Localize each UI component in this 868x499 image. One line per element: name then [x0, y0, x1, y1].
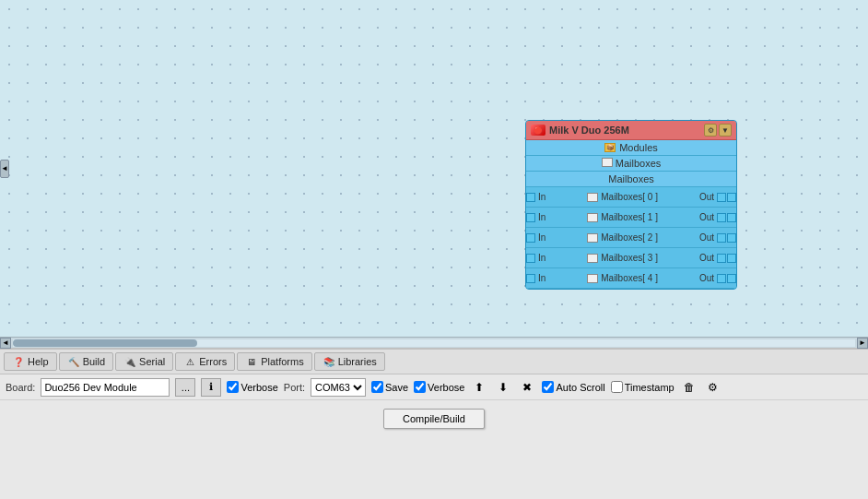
port-left-sq-2[interactable]: [526, 233, 535, 243]
hscroll-left-arrow[interactable]: ◄: [0, 338, 11, 349]
errors-icon: ⚠: [183, 355, 196, 368]
upload-btn[interactable]: ⬆: [470, 378, 488, 397]
port-mailbox-icon-0: [587, 193, 598, 202]
tab-platforms[interactable]: 🖥 Platforms: [237, 352, 311, 371]
mailbox-icon1: [602, 158, 613, 167]
tab-serial-label: Serial: [139, 356, 165, 367]
tab-help[interactable]: ❓ Help: [4, 352, 57, 371]
port-left-sq-4[interactable]: [526, 274, 535, 283]
canvas-area: ◄ 🔴 Milk V Duo 256M ⚙ ▼ 📦 Modules Mailbo…: [0, 0, 868, 337]
status-bar: Board: ... ℹ Verbose Port: COM63 Save Ve…: [0, 374, 868, 399]
port-center-4: Mailboxes[ 4 ]: [547, 273, 698, 283]
port-select[interactable]: COM63: [311, 378, 366, 397]
port-right-sq2-4[interactable]: [727, 274, 736, 283]
compile-area: Compile/Build: [0, 399, 868, 436]
port-right-4: Out: [698, 273, 736, 283]
timestamp-checkbox-label: Timestamp: [611, 381, 674, 393]
tab-serial[interactable]: 🔌 Serial: [115, 352, 173, 371]
modules-label: Modules: [619, 142, 658, 153]
port-right-sq2-3[interactable]: [727, 254, 736, 263]
hscroll-right-arrow[interactable]: ►: [857, 338, 868, 349]
verbose-checkbox-label: Verbose: [227, 381, 277, 393]
port-right-sq-4[interactable]: [717, 274, 726, 283]
verbose2-checkbox-label: Verbose: [414, 381, 464, 393]
port-row-3: In Mailboxes[ 3 ] Out: [526, 248, 736, 268]
port-out-label-1: Out: [698, 212, 716, 222]
mailboxes-label1: Mailboxes: [616, 158, 662, 169]
tab-libraries[interactable]: 📚 Libraries: [314, 352, 385, 371]
board-info-btn[interactable]: ℹ: [201, 378, 221, 397]
tab-errors[interactable]: ⚠ Errors: [175, 352, 235, 371]
port-right-sq2-2[interactable]: [727, 233, 736, 243]
port-mailbox-icon-3: [587, 254, 598, 263]
clear-btn[interactable]: 🗑: [680, 378, 698, 397]
port-left-sq-0[interactable]: [526, 193, 535, 202]
autoscroll-checkbox[interactable]: [542, 381, 554, 393]
verbose-label: Verbose: [240, 382, 277, 393]
tab-libraries-label: Libraries: [338, 356, 377, 367]
node-header-buttons: ⚙ ▼: [704, 124, 732, 137]
port-label: Port:: [284, 382, 305, 393]
save-checkbox-label: Save: [371, 381, 408, 393]
port-right-sq2-1[interactable]: [727, 213, 736, 222]
node-title: Milk V Duo 256M: [549, 125, 629, 136]
verbose2-label: Verbose: [428, 382, 464, 393]
hscroll-track[interactable]: [13, 339, 855, 347]
compile-build-button[interactable]: Compile/Build: [383, 409, 485, 429]
timestamp-checkbox[interactable]: [611, 381, 623, 393]
port-row-2: In Mailboxes[ 2 ] Out: [526, 228, 736, 248]
port-out-label-2: Out: [698, 232, 716, 243]
port-mailbox-icon-4: [587, 274, 598, 283]
verbose2-checkbox[interactable]: [414, 381, 426, 393]
port-row-4: In Mailboxes[ 4 ] Out: [526, 268, 736, 289]
left-scroll-arrow[interactable]: ◄: [0, 160, 9, 178]
port-right-sq2-0[interactable]: [727, 193, 736, 202]
port-right-sq-2[interactable]: [717, 233, 726, 243]
port-out-label-3: Out: [698, 253, 716, 263]
download-btn[interactable]: ⬇: [494, 378, 512, 397]
port-in-label-4: In: [536, 273, 547, 283]
save-label: Save: [385, 382, 408, 393]
node-header: 🔴 Milk V Duo 256M ⚙ ▼: [526, 121, 736, 140]
board-label: Board:: [6, 382, 35, 393]
port-out-label-0: Out: [698, 192, 716, 202]
node-modules-section: 📦 Modules: [526, 140, 736, 156]
modules-icon: 📦: [604, 143, 616, 152]
port-center-1: Mailboxes[ 1 ]: [547, 212, 698, 222]
board-browse-btn[interactable]: ...: [175, 378, 195, 397]
port-label-text-2: Mailboxes[ 2 ]: [601, 232, 658, 243]
node-expand-btn[interactable]: ▼: [719, 124, 732, 137]
stop-btn[interactable]: ✖: [518, 378, 536, 397]
node-settings-btn[interactable]: ⚙: [704, 124, 717, 137]
port-right-sq-1[interactable]: [717, 213, 726, 222]
node-icon: 🔴: [531, 125, 545, 136]
node-header-left: 🔴 Milk V Duo 256M: [531, 125, 629, 136]
port-in-label-3: In: [536, 253, 547, 263]
tab-errors-label: Errors: [199, 356, 227, 367]
save-checkbox[interactable]: [371, 381, 383, 393]
board-input[interactable]: [41, 378, 170, 397]
port-left-sq-1[interactable]: [526, 213, 535, 222]
port-left-sq-3[interactable]: [526, 254, 535, 263]
port-right-sq-3[interactable]: [717, 254, 726, 263]
timestamp-label: Timestamp: [625, 382, 674, 393]
autoscroll-label: Auto Scroll: [556, 382, 604, 393]
canvas-hscroll[interactable]: ◄ ►: [0, 337, 868, 348]
port-right-sq-0[interactable]: [717, 193, 726, 202]
tab-build[interactable]: 🔨 Build: [59, 352, 113, 371]
verbose-checkbox[interactable]: [227, 381, 239, 393]
port-left-3: In: [526, 253, 547, 263]
port-mailbox-icon-2: [587, 233, 598, 243]
node-mailboxes-header1: Mailboxes: [526, 156, 736, 172]
port-left-1: In: [526, 212, 547, 222]
port-center-2: Mailboxes[ 2 ]: [547, 232, 698, 243]
port-center-3: Mailboxes[ 3 ]: [547, 253, 698, 263]
port-left-0: In: [526, 192, 547, 202]
settings-btn[interactable]: ⚙: [704, 378, 722, 397]
hscroll-thumb[interactable]: [13, 339, 197, 347]
tab-platforms-label: Platforms: [261, 356, 303, 367]
port-row-1: In Mailboxes[ 1 ] Out: [526, 208, 736, 228]
port-left-2: In: [526, 232, 547, 243]
autoscroll-checkbox-label: Auto Scroll: [542, 381, 604, 393]
port-label-text-0: Mailboxes[ 0 ]: [601, 192, 658, 202]
